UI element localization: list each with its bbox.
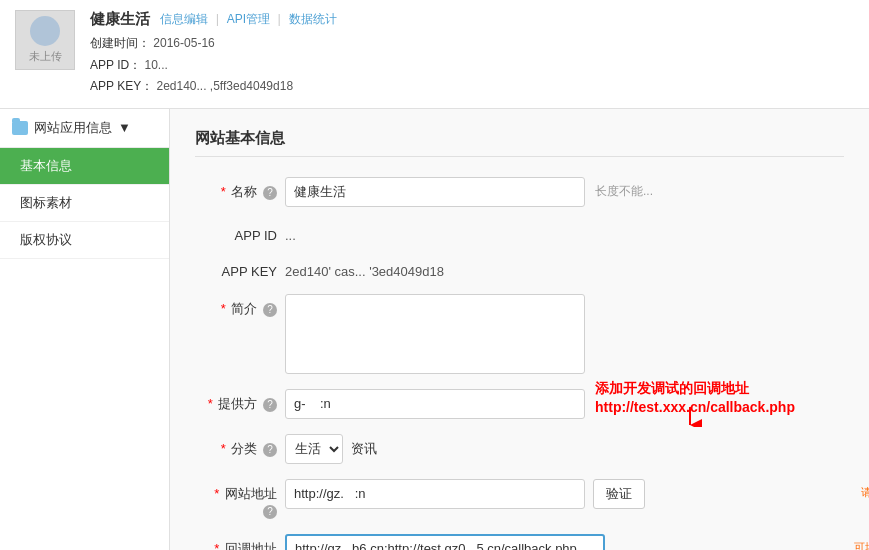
appid-label: APP ID: [195, 222, 285, 243]
appkey-label: APP KEY: [195, 258, 285, 279]
verify-button[interactable]: 验证: [593, 479, 645, 509]
main-layout: 网站应用信息 ▼ 基本信息 图标素材 版权协议 网站基本信息 * 名称 ? 长度…: [0, 109, 869, 550]
name-help-icon[interactable]: ?: [263, 186, 277, 200]
provider-help-icon[interactable]: ?: [263, 398, 277, 412]
annotation-arrow: [675, 407, 705, 427]
sidebar-section-title[interactable]: 网站应用信息 ▼: [0, 109, 169, 148]
app-info: 健康生活 信息编辑 | API管理 | 数据统计 创建时间： 2016-05-1…: [90, 10, 854, 98]
avatar-label: 未上传: [29, 49, 62, 64]
callback-field-row: * 回调地址 ? （帮助文档） 可填写多个回调地址，"http(s)...参数和…: [195, 534, 844, 550]
callback-input[interactable]: [285, 534, 605, 550]
website-field-row: * 网站地址 ? 验证 请填写网站地址，纯域名、域名...: [195, 479, 844, 519]
app-nav: 信息编辑 | API管理 | 数据统计: [160, 11, 337, 28]
appkey-value: 2ed140' cas... '3ed4049d18: [285, 258, 444, 279]
category-extra: 资讯: [351, 440, 377, 458]
sidebar-item-icon-material[interactable]: 图标素材: [0, 185, 169, 222]
website-input[interactable]: [285, 479, 585, 509]
annotation-callout: 添加开发调试的回调地址http://test.xxx.cn/callback.p…: [595, 379, 815, 418]
created-row: 创建时间： 2016-05-16: [90, 33, 854, 55]
desc-help-icon[interactable]: ?: [263, 303, 277, 317]
website-hint: 请填写网站地址，纯域名、域名...: [861, 485, 869, 500]
name-label: * 名称 ?: [195, 177, 285, 201]
sidebar: 网站应用信息 ▼ 基本信息 图标素材 版权协议: [0, 109, 170, 550]
desc-textarea[interactable]: [285, 294, 585, 374]
provider-label: * 提供方 ?: [195, 389, 285, 413]
nav-data-stats[interactable]: 数据统计: [289, 12, 337, 26]
callback-label: * 回调地址 ?: [195, 534, 285, 550]
appid-field-row: APP ID ...: [195, 222, 844, 243]
callback-hint: 可填写多个回调地址，"http(s)...参数和hash参数...: [854, 540, 869, 550]
website-label: * 网站地址 ?: [195, 479, 285, 519]
desc-field-row: * 简介 ?: [195, 294, 844, 374]
name-input[interactable]: [285, 177, 585, 207]
nav-api-manage[interactable]: API管理: [227, 12, 270, 26]
appkey-field-row: APP KEY 2ed140' cas... '3ed4049d18: [195, 258, 844, 279]
folder-icon: [12, 121, 28, 135]
sidebar-item-copyright[interactable]: 版权协议: [0, 222, 169, 259]
section-title: 网站基本信息: [195, 129, 844, 157]
app-name-row: 健康生活 信息编辑 | API管理 | 数据统计: [90, 10, 854, 29]
app-name: 健康生活: [90, 10, 150, 29]
sidebar-section-label: 网站应用信息: [34, 119, 112, 137]
category-select[interactable]: 生活 工具 娱乐 资讯 购物 社交: [285, 434, 343, 464]
appid-row: APP ID： 10...: [90, 55, 854, 77]
name-hint: 长度不能...: [595, 183, 653, 200]
appid-value: ...: [285, 222, 296, 243]
content-area: 网站基本信息 * 名称 ? 长度不能... APP ID ... APP KEY…: [170, 109, 869, 550]
desc-label: * 简介 ?: [195, 294, 285, 318]
category-help-icon[interactable]: ?: [263, 443, 277, 457]
top-header: 未上传 健康生活 信息编辑 | API管理 | 数据统计 创建时间： 2016-…: [0, 0, 869, 109]
nav-info-edit[interactable]: 信息编辑: [160, 12, 208, 26]
category-label: * 分类 ?: [195, 434, 285, 458]
sidebar-item-basic-info[interactable]: 基本信息: [0, 148, 169, 185]
provider-input[interactable]: [285, 389, 585, 419]
app-meta: 创建时间： 2016-05-16 APP ID： 10... APP KEY： …: [90, 33, 854, 98]
website-help-icon[interactable]: ?: [263, 505, 277, 519]
app-avatar: 未上传: [15, 10, 75, 70]
avatar-image: [30, 16, 60, 46]
category-field-row: * 分类 ? 生活 工具 娱乐 资讯 购物 社交 资讯 添加开发调试的回调地址h…: [195, 434, 844, 464]
category-row: 生活 工具 娱乐 资讯 购物 社交 资讯: [285, 434, 377, 464]
name-field-row: * 名称 ? 长度不能...: [195, 177, 844, 207]
chevron-icon: ▼: [118, 120, 131, 135]
appkey-row: APP KEY： 2ed140... ,5ff3ed4049d18: [90, 76, 854, 98]
